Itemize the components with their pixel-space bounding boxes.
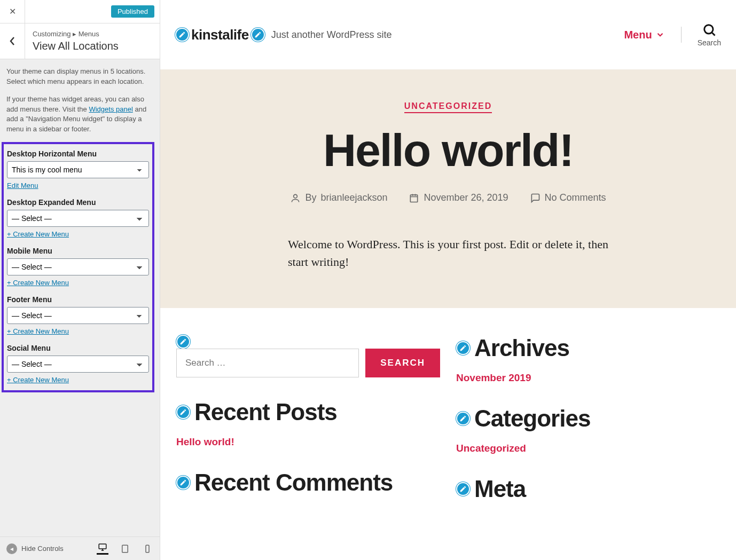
comment-icon	[530, 193, 541, 203]
location-select-desktop-horizontal[interactable]: This is my cool menu	[7, 161, 149, 178]
recent-comments-title: Recent Comments	[194, 469, 393, 496]
search-icon	[702, 22, 717, 37]
widget-archives: Archives November 2019	[456, 335, 720, 384]
svg-rect-1	[122, 545, 128, 553]
post-title: Hello world!	[240, 127, 656, 173]
site-preview: kinstalife Just another WordPress site M…	[160, 0, 736, 560]
create-menu-link[interactable]: + Create New Menu	[7, 230, 69, 238]
widget-recent-posts: Recent Posts Hello world!	[176, 399, 440, 448]
sidebar-description-2: If your theme has widget areas, you can …	[6, 94, 153, 135]
widget-categories: Categories Uncategorized	[456, 405, 720, 454]
desktop-icon	[98, 542, 107, 552]
publish-wrap: Published	[25, 0, 160, 23]
chevron-left-icon	[9, 36, 15, 46]
widgets-col-right: Archives November 2019 Categories Uncate…	[456, 335, 720, 524]
menu-toggle[interactable]: Menu	[624, 29, 664, 41]
sidebar-breadcrumb: Customizing ▸ Menus	[33, 30, 152, 38]
pencil-icon	[179, 408, 187, 416]
post-hero: UNCATEGORIZED Hello world! By brianleeja…	[160, 69, 736, 308]
widget-search-button[interactable]: SEARCH	[365, 349, 440, 377]
sidebar-title: View All Locations	[33, 40, 152, 52]
location-select-desktop-expanded[interactable]: — Select —	[7, 210, 149, 227]
edit-shortcut-brand[interactable]	[175, 28, 189, 42]
device-mobile-button[interactable]	[142, 543, 153, 555]
widgets-area: SEARCH Recent Posts Hello world!	[160, 308, 736, 550]
site-brand[interactable]: kinstalife	[191, 27, 249, 43]
calendar-icon	[409, 193, 419, 203]
chevron-down-icon	[655, 30, 665, 40]
customizer-sidebar: ✕ Published Customizing ▸ Menus View All…	[0, 0, 160, 560]
widget-search: SEARCH	[176, 335, 440, 377]
pencil-icon	[179, 338, 187, 345]
edit-shortcut-categories[interactable]	[456, 412, 470, 425]
create-menu-link[interactable]: + Create New Menu	[7, 376, 69, 384]
preview-header: kinstalife Just another WordPress site M…	[160, 0, 736, 69]
meta-title: Meta	[474, 476, 526, 502]
svg-point-4	[294, 194, 297, 198]
svg-point-3	[704, 25, 712, 34]
pencil-icon	[459, 415, 467, 422]
edit-shortcut-recent-comments[interactable]	[176, 476, 190, 490]
widget-search-input[interactable]	[176, 349, 359, 377]
separator	[681, 27, 682, 43]
sidebar-topbar: ✕ Published	[0, 0, 160, 23]
brand-wrap: kinstalife Just another WordPress site	[175, 27, 392, 43]
site-tagline: Just another WordPress site	[271, 29, 392, 41]
post-comments-text: No Comments	[545, 192, 606, 203]
location-label: Desktop Horizontal Menu	[7, 149, 149, 158]
recent-post-link[interactable]: Hello world!	[176, 436, 440, 448]
location-label: Mobile Menu	[7, 247, 149, 255]
device-desktop-button[interactable]	[97, 543, 108, 555]
device-tablet-button[interactable]	[119, 543, 131, 555]
mobile-icon	[143, 544, 152, 554]
sidebar-header-text: Customizing ▸ Menus View All Locations	[25, 23, 160, 59]
edit-shortcut-archives[interactable]	[456, 341, 470, 355]
edit-shortcut-recent-posts[interactable]	[176, 405, 190, 419]
create-menu-link[interactable]: + Create New Menu	[7, 279, 69, 287]
location-desktop-horizontal: Desktop Horizontal Menu This is my cool …	[7, 149, 149, 190]
create-menu-link[interactable]: + Create New Menu	[7, 327, 69, 335]
location-select-footer[interactable]: — Select —	[7, 307, 149, 324]
post-meta: By brianleejackson November 26, 2019 No …	[240, 192, 656, 203]
sidebar-body: Your theme can display menus in 5 locati…	[0, 59, 160, 537]
device-preview-buttons	[97, 543, 153, 555]
hide-controls-button[interactable]: ◂ Hide Controls	[6, 543, 91, 554]
edit-shortcut-search[interactable]	[176, 335, 190, 349]
widgets-panel-link[interactable]: Widgets panel	[89, 105, 132, 113]
archive-link[interactable]: November 2019	[456, 372, 720, 384]
published-button[interactable]: Published	[111, 5, 154, 18]
location-select-social[interactable]: — Select —	[7, 356, 149, 373]
pencil-icon	[459, 344, 467, 352]
pencil-icon	[459, 485, 467, 493]
author-name[interactable]: brianleejackson	[320, 192, 387, 203]
archives-title: Archives	[474, 335, 569, 361]
category-link[interactable]: Uncategorized	[456, 443, 720, 454]
location-footer: Footer Menu — Select — + Create New Menu	[7, 295, 149, 335]
sidebar-header: Customizing ▸ Menus View All Locations	[0, 23, 160, 59]
preview-header-left: kinstalife Just another WordPress site	[175, 27, 624, 43]
sidebar-footer: ◂ Hide Controls	[0, 537, 160, 560]
recent-posts-title: Recent Posts	[194, 399, 337, 425]
svg-rect-0	[99, 544, 106, 549]
edit-shortcut-meta[interactable]	[456, 482, 470, 496]
menu-toggle-label: Menu	[624, 29, 652, 41]
post-category-badge[interactable]: UNCATEGORIZED	[404, 101, 492, 113]
pencil-icon	[179, 479, 187, 486]
edit-menu-link[interactable]: Edit Menu	[7, 182, 38, 190]
close-button[interactable]: ✕	[0, 0, 25, 23]
widgets-col-left: SEARCH Recent Posts Hello world!	[176, 335, 440, 524]
edit-shortcut-tagline[interactable]	[251, 28, 265, 42]
location-desktop-expanded: Desktop Expanded Menu — Select — + Creat…	[7, 198, 149, 238]
post-hero-inner: UNCATEGORIZED Hello world! By brianleeja…	[240, 101, 656, 271]
hide-controls-label: Hide Controls	[21, 545, 64, 553]
header-search-button[interactable]: Search	[698, 22, 721, 47]
header-search-label: Search	[698, 38, 721, 47]
svg-rect-5	[411, 195, 418, 202]
categories-title: Categories	[474, 405, 590, 432]
post-comments[interactable]: No Comments	[530, 192, 606, 203]
post-date: November 26, 2019	[409, 192, 508, 203]
tablet-icon	[120, 544, 130, 554]
location-select-mobile[interactable]: — Select —	[7, 258, 149, 275]
back-button[interactable]	[0, 23, 25, 59]
user-icon	[290, 193, 301, 203]
